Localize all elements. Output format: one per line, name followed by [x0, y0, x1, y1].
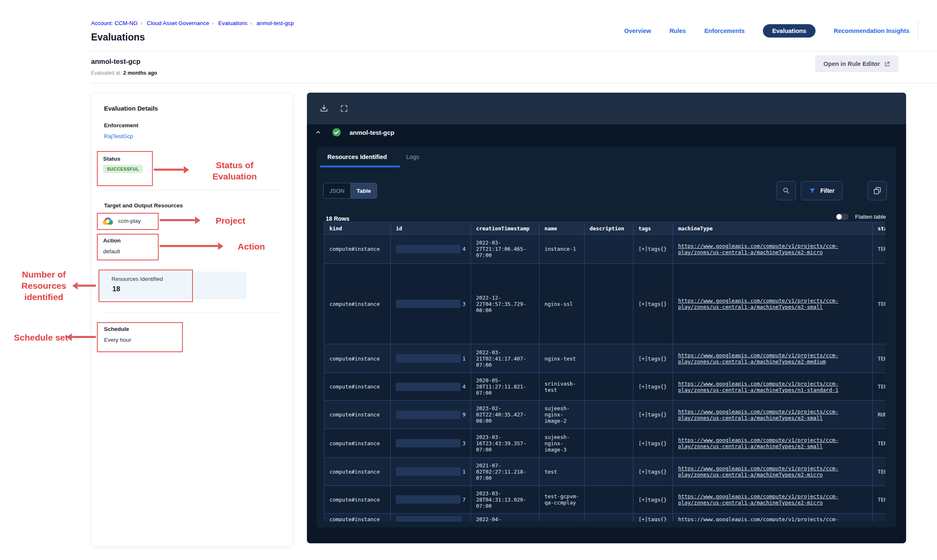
table-row: compute#instance2022-04-[+]tags{}https:/… — [324, 514, 885, 522]
machine-type-link[interactable]: https://www.googleapis.com/compute/v1/pr… — [678, 465, 847, 478]
cell-tags[interactable]: [+]tags{} — [633, 264, 673, 344]
cell-description — [585, 264, 633, 344]
id-visible-suffix: 3 — [462, 440, 466, 446]
tab-evaluations[interactable]: Evaluations — [763, 24, 815, 38]
tab-overview[interactable]: Overview — [624, 28, 651, 34]
breadcrumb-account[interactable]: Account: CCM-NG — [91, 20, 138, 26]
breadcrumb-cloud-asset-governance[interactable]: Cloud Asset Governance — [147, 20, 209, 26]
cell-tags[interactable]: [+]tags{} — [633, 458, 673, 486]
breadcrumb-evaluations[interactable]: Evaluations — [218, 20, 248, 26]
action-highlight-box — [97, 234, 159, 260]
download-icon[interactable] — [319, 103, 329, 114]
cell-id: 4 — [391, 235, 471, 264]
cell-name — [539, 514, 585, 522]
cell-machine-type: https://www.googleapis.com/compute/v1/pr… — [673, 401, 873, 429]
status-highlight-box — [97, 151, 153, 186]
fullscreen-icon[interactable] — [339, 103, 349, 114]
breadcrumb-current[interactable]: anmol-test-gcp — [256, 20, 294, 26]
redacted-id-block — [396, 354, 461, 363]
project-highlight-box — [97, 213, 159, 230]
column-header-status[interactable]: status — [873, 222, 885, 235]
id-visible-suffix: 7 — [462, 497, 466, 503]
cell-tags[interactable]: [+]tags{} — [633, 429, 673, 458]
enforcement-link[interactable]: RajTestGcp — [104, 133, 133, 139]
machine-type-link[interactable]: https://www.googleapis.com/compute/v1/pr… — [678, 493, 847, 506]
resources-annotation: Number ofResourcesidentified — [13, 269, 75, 303]
evaluated-at-value: 2 months ago — [123, 70, 157, 76]
column-header-creationTimestamp[interactable]: creationTimestamp — [471, 222, 539, 235]
filter-button[interactable]: Filter — [801, 181, 843, 200]
cell-creation-timestamp: 2023-03-16T23:43:39.357-07:00 — [471, 429, 539, 458]
search-button[interactable] — [777, 181, 796, 200]
id-visible-suffix: 4 — [462, 246, 466, 252]
table-row: compute#instance32022-12-22T04:57:35.729… — [324, 264, 885, 344]
resources-table: kindidcreationTimestampnamedescriptionta… — [324, 222, 885, 522]
flatten-table-toggle[interactable] — [836, 214, 848, 220]
evaluated-at: Evaluated at:2 months ago — [91, 70, 157, 76]
machine-type-link[interactable]: https://www.googleapis.com/compute/v1/pr… — [678, 381, 847, 393]
cell-creation-timestamp: 2023-03-28T04:31:13.020-07:00 — [471, 486, 539, 514]
open-in-rule-editor-button[interactable]: Open in Rule Editor — [815, 55, 899, 72]
card-heading: Evaluation Details — [104, 105, 158, 112]
nav-divider — [918, 19, 918, 38]
page: Account: CCM-NG› Cloud Asset Governance›… — [0, 0, 937, 560]
copy-button[interactable] — [868, 181, 887, 200]
cell-tags[interactable]: [+]tags{} — [633, 486, 673, 514]
machine-type-link[interactable]: https://www.googleapis.com/compute/v1/pr… — [678, 298, 847, 310]
redacted-id-block — [396, 300, 461, 308]
card-divider-2 — [104, 313, 280, 313]
machine-type-link[interactable]: https://www.googleapis.com/compute/v1/pr… — [678, 352, 847, 365]
cell-tags[interactable]: [+]tags{} — [633, 235, 673, 264]
column-header-id[interactable]: id — [391, 222, 471, 235]
cell-tags[interactable]: [+]tags{} — [633, 401, 673, 429]
column-header-machineType[interactable]: machineType — [673, 222, 873, 235]
redacted-id-block — [396, 467, 461, 476]
page-title: Evaluations — [91, 32, 145, 43]
cell-machine-type: https://www.googleapis.com/compute/v1/pr… — [673, 235, 873, 264]
filter-funnel-icon — [809, 187, 816, 194]
machine-type-link[interactable]: https://www.googleapis.com/compute/v1/pr… — [678, 409, 847, 421]
cell-machine-type: https://www.googleapis.com/compute/v1/pr… — [673, 514, 873, 522]
cell-creation-timestamp: 2022-12-22T04:57:35.729-08:00 — [471, 264, 539, 344]
status-annotation: Status ofEvaluation — [193, 159, 276, 182]
rows-count: 18 Rows — [326, 215, 349, 222]
cell-creation-timestamp: 2022-03-27T21:17:06.465-07:00 — [471, 235, 539, 264]
tab-resources-identified[interactable]: Resources Identified — [327, 154, 387, 160]
cell-id: 9 — [391, 401, 471, 429]
id-visible-suffix: 9 — [462, 411, 466, 418]
cell-kind: compute#instance — [324, 264, 391, 344]
machine-type-link[interactable]: https://www.googleapis.com/compute/v1/pr… — [678, 437, 847, 449]
machine-type-link[interactable]: https://www.googleapis.com/compute/v1/pr… — [678, 243, 847, 255]
column-header-name[interactable]: name — [539, 222, 585, 235]
column-header-description[interactable]: description — [585, 222, 633, 235]
cell-name: srinivasb-test — [539, 373, 585, 401]
cell-name: sujeesh-nginx-image-3 — [539, 429, 585, 458]
success-check-icon — [331, 127, 342, 138]
cell-kind: compute#instance — [324, 401, 391, 429]
column-header-tags[interactable]: tags — [633, 222, 673, 235]
tab-rules[interactable]: Rules — [669, 28, 686, 34]
tab-recommendation-insights[interactable]: Recommendation Insights — [834, 28, 909, 34]
cell-kind: compute#instance — [324, 344, 391, 373]
cell-machine-type: https://www.googleapis.com/compute/v1/pr… — [673, 486, 873, 514]
cell-kind: compute#instance — [324, 235, 391, 264]
cell-tags[interactable]: [+]tags{} — [633, 514, 673, 522]
header-divider — [91, 51, 937, 51]
view-toggle-json[interactable]: JSON — [324, 183, 351, 198]
filter-label: Filter — [820, 187, 834, 194]
cell-id: 1 — [391, 458, 471, 486]
cell-tags[interactable]: [+]tags{} — [633, 373, 673, 401]
breadcrumb-separator: › — [141, 20, 142, 26]
target-output-heading: Target and Output Resources — [104, 202, 183, 209]
table-row: compute#instance92023-02-02T22:40:35.427… — [324, 401, 885, 429]
collapse-chevron-icon[interactable] — [313, 127, 324, 138]
view-toggle-table[interactable]: Table — [351, 183, 377, 198]
id-visible-suffix: 3 — [462, 301, 466, 307]
cell-tags[interactable]: [+]tags{} — [633, 344, 673, 373]
machine-type-link[interactable]: https://www.googleapis.com/compute/v1/pr… — [678, 516, 838, 522]
column-header-kind[interactable]: kind — [324, 222, 391, 235]
tab-logs[interactable]: Logs — [406, 154, 419, 160]
redacted-id-block — [396, 495, 461, 504]
tab-enforcements[interactable]: Enforcements — [704, 28, 745, 34]
view-toggle: JSON Table — [323, 183, 377, 199]
